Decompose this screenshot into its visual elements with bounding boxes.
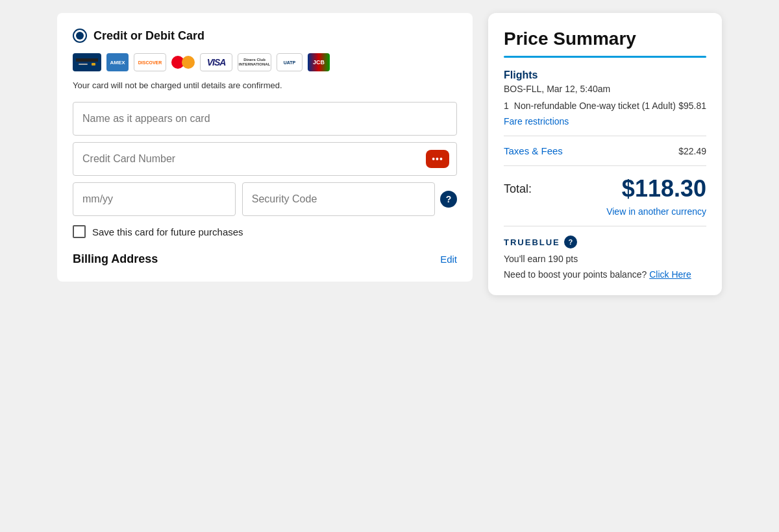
trueblue-row: TRUEBLUE ? — [504, 236, 706, 248]
price-summary-title: Price Summary — [504, 29, 706, 49]
trueblue-help-icon[interactable]: ? — [564, 236, 577, 248]
divider-1 — [504, 136, 706, 136]
price-summary-panel: Price Summary Flights BOS-FLL, Mar 12, 5… — [488, 13, 722, 295]
radio-selected-indicator — [76, 32, 84, 40]
fare-restrictions-link[interactable]: Fare restrictions — [504, 116, 706, 127]
expiry-security-row: ? — [73, 182, 457, 216]
flights-label: Flights — [504, 69, 706, 81]
accepted-cards-row: AMEX DISCOVER VISA Diners ClubINTERNATIO… — [73, 53, 457, 71]
uatp-icon: UATP — [277, 53, 303, 71]
boost-prefix: Need to boost your points balance? — [504, 269, 647, 280]
cc-badge-dots: ••• — [432, 154, 443, 164]
total-row: Total: $118.30 — [504, 175, 706, 202]
expiry-input[interactable] — [73, 182, 236, 216]
radio-credit-debit[interactable] — [73, 29, 87, 43]
payment-form-panel: Credit or Debit Card AMEX DISCOVER VISA … — [57, 13, 473, 282]
divider-3 — [504, 226, 706, 226]
ticket-description: Non-refundable One-way ticket (1 Adult) — [514, 101, 676, 111]
save-card-checkbox[interactable] — [73, 225, 86, 238]
save-card-row: Save this card for future purchases — [73, 225, 457, 238]
billing-address-header: Billing Address Edit — [73, 252, 457, 266]
save-card-label: Save this card for future purchases — [92, 226, 243, 237]
cc-number-input[interactable] — [73, 142, 457, 176]
trueblue-label: TRUEBLUE — [504, 237, 560, 247]
boost-link[interactable]: Click Here — [649, 269, 691, 280]
view-currency-link[interactable]: View in another currency — [504, 206, 706, 217]
diners-icon: Diners ClubINTERNATIONAL — [238, 53, 271, 71]
flight-route: BOS-FLL, Mar 12, 5:40am — [504, 84, 706, 94]
earn-text-static: You'll earn 190 pts — [504, 254, 578, 264]
amex-icon: AMEX — [106, 53, 129, 71]
ticket-price: $95.81 — [678, 101, 706, 111]
svg-rect-3 — [92, 63, 95, 66]
cardholder-name-input[interactable] — [73, 102, 457, 136]
blue-divider — [504, 56, 706, 58]
billing-edit-link[interactable]: Edit — [440, 254, 457, 265]
divider-2 — [504, 165, 706, 166]
credit-debit-label: Credit or Debit Card — [93, 29, 204, 43]
cc-type-badge: ••• — [426, 150, 449, 168]
charge-notice: Your card will not be charged until deta… — [73, 80, 457, 90]
visa-icon: VISA — [200, 53, 232, 71]
generic-card-icon — [73, 53, 101, 71]
taxes-label: Taxes & Fees — [504, 145, 563, 156]
total-label: Total: — [504, 182, 532, 196]
billing-title: Billing Address — [73, 252, 158, 266]
security-help-icon[interactable]: ? — [440, 191, 457, 208]
jcb-icon: JCB — [308, 53, 330, 71]
discover-icon: DISCOVER — [134, 53, 166, 71]
security-code-input[interactable] — [242, 182, 435, 216]
earn-points-text: You'll earn 190 pts — [504, 254, 706, 264]
taxes-amount: $22.49 — [678, 146, 706, 156]
svg-rect-0 — [76, 55, 98, 69]
mastercard-icon — [171, 53, 195, 71]
boost-points-text: Need to boost your points balance? Click… — [504, 269, 706, 280]
ticket-qty: 1 — [504, 101, 509, 111]
ticket-info: 1 Non-refundable One-way ticket (1 Adult… — [504, 101, 678, 111]
svg-rect-1 — [76, 58, 98, 62]
total-amount: $118.30 — [622, 175, 706, 202]
svg-rect-2 — [79, 64, 88, 65]
security-code-wrapper: ? — [242, 182, 457, 216]
cc-number-wrapper: ••• — [73, 142, 457, 176]
credit-debit-option[interactable]: Credit or Debit Card — [73, 29, 457, 43]
ticket-row: 1 Non-refundable One-way ticket (1 Adult… — [504, 101, 706, 111]
taxes-row: Taxes & Fees $22.49 — [504, 145, 706, 156]
